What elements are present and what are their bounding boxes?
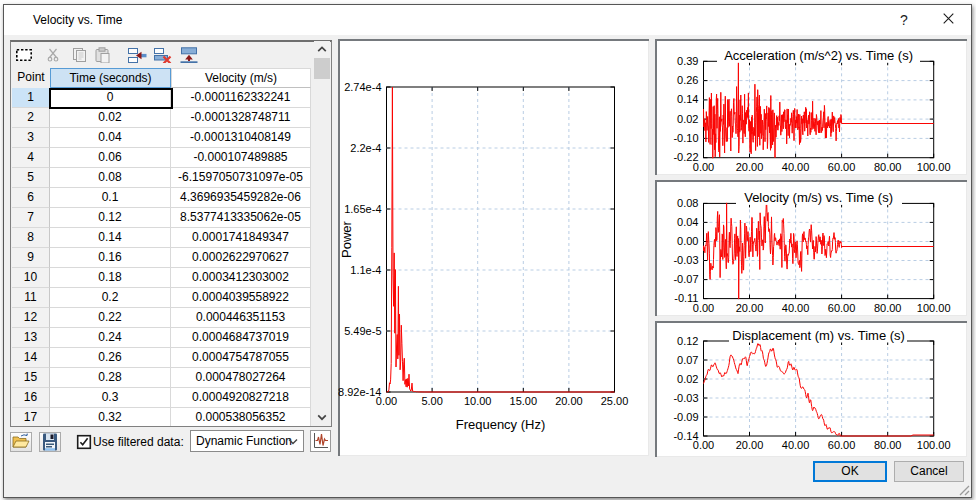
svg-text:-0.10: -0.10 <box>673 132 698 144</box>
svg-text:Displacement (m) vs. Time (s): Displacement (m) vs. Time (s) <box>732 328 905 343</box>
svg-text:100.00: 100.00 <box>917 302 951 314</box>
svg-text:0.14: 0.14 <box>677 93 698 105</box>
svg-text:20.00: 20.00 <box>555 395 583 407</box>
svg-text:0.00: 0.00 <box>693 439 714 451</box>
svg-text:8.92e-14: 8.92e-14 <box>338 386 381 398</box>
svg-text:0.00: 0.00 <box>693 161 714 173</box>
svg-text:-0.07: -0.07 <box>673 273 698 285</box>
svg-text:0.00: 0.00 <box>677 235 698 247</box>
svg-text:20.00: 20.00 <box>736 439 764 451</box>
svg-text:40.00: 40.00 <box>782 161 810 173</box>
svg-text:0.26: 0.26 <box>677 74 698 86</box>
svg-text:2.2e-4: 2.2e-4 <box>350 142 381 154</box>
svg-text:0.02: 0.02 <box>677 373 698 385</box>
svg-text:0.07: 0.07 <box>677 354 698 366</box>
svg-text:100.00: 100.00 <box>917 161 951 173</box>
svg-text:80.00: 80.00 <box>874 439 902 451</box>
svg-text:1.1e-4: 1.1e-4 <box>350 264 381 276</box>
svg-text:Velocity (m/s) vs. Time (s): Velocity (m/s) vs. Time (s) <box>744 190 893 205</box>
svg-text:0.08: 0.08 <box>677 197 698 209</box>
svg-text:10.00: 10.00 <box>464 395 492 407</box>
svg-text:Acceleration (m/s^2) vs. Time: Acceleration (m/s^2) vs. Time (s) <box>724 48 913 63</box>
svg-text:20.00: 20.00 <box>736 161 764 173</box>
svg-text:Power: Power <box>339 220 354 258</box>
svg-text:1.65e-4: 1.65e-4 <box>344 203 381 215</box>
svg-text:80.00: 80.00 <box>874 302 902 314</box>
svg-text:15.00: 15.00 <box>510 395 538 407</box>
svg-text:80.00: 80.00 <box>874 161 902 173</box>
svg-text:100.00: 100.00 <box>917 439 951 451</box>
svg-text:0.12: 0.12 <box>677 335 698 347</box>
svg-text:-0.03: -0.03 <box>673 392 698 404</box>
svg-text:60.00: 60.00 <box>828 302 856 314</box>
svg-text:25.00: 25.00 <box>601 395 629 407</box>
svg-text:40.00: 40.00 <box>782 302 810 314</box>
svg-text:Frequency (Hz): Frequency (Hz) <box>456 417 546 432</box>
svg-text:60.00: 60.00 <box>828 161 856 173</box>
svg-text:0.04: 0.04 <box>677 216 698 228</box>
svg-text:2.74e-4: 2.74e-4 <box>344 81 381 93</box>
svg-text:0.39: 0.39 <box>677 55 698 67</box>
svg-text:40.00: 40.00 <box>782 439 810 451</box>
svg-text:-0.09: -0.09 <box>673 411 698 423</box>
svg-text:0.02: 0.02 <box>677 113 698 125</box>
svg-text:60.00: 60.00 <box>828 439 856 451</box>
svg-text:5.00: 5.00 <box>421 395 442 407</box>
svg-text:5.49e-5: 5.49e-5 <box>344 325 381 337</box>
svg-text:20.00: 20.00 <box>736 302 764 314</box>
svg-text:0.00: 0.00 <box>693 302 714 314</box>
svg-text:-0.03: -0.03 <box>673 254 698 266</box>
